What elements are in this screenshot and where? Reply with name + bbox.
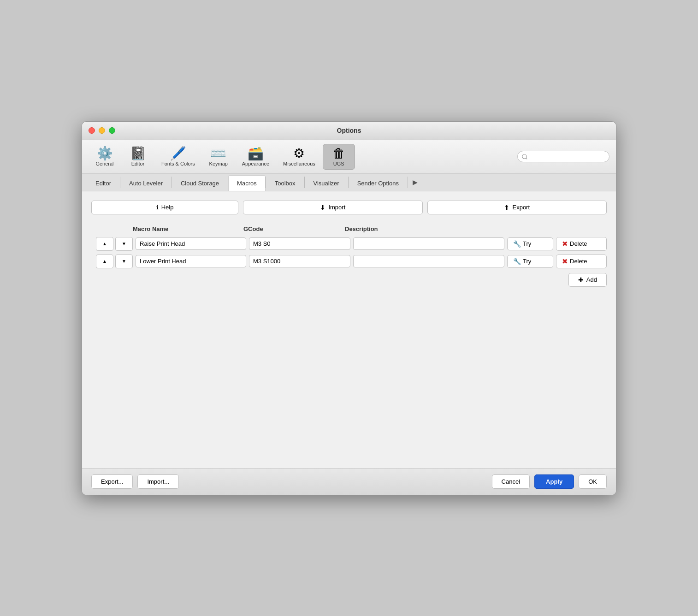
miscellaneous-icon: ⚙	[293, 147, 305, 160]
tab-more-button[interactable]: ▶	[408, 174, 422, 191]
table-header: Macro Name GCode Description	[91, 224, 607, 234]
editor-label: Editor	[131, 161, 145, 166]
options-window: Options ⚙️ General 📓 Editor 🖊️ Fonts & C…	[82, 121, 616, 495]
keymap-label: Keymap	[209, 161, 228, 166]
toolbar-item-ugs[interactable]: 🗑 UGS	[323, 144, 355, 170]
tab-auto-leveler[interactable]: Auto Leveler	[120, 176, 172, 191]
title-bar: Options	[82, 122, 616, 140]
apply-button[interactable]: Apply	[534, 474, 574, 489]
ok-button[interactable]: OK	[579, 474, 607, 489]
appearance-icon: 🗃️	[248, 147, 264, 160]
ugs-icon: 🗑	[332, 147, 345, 160]
import-bottom-button[interactable]: Import...	[137, 474, 179, 489]
content-area: ℹ Help ⬇ Import ⬆ Export Macro Name GCod…	[82, 191, 616, 468]
tabs-bar: Editor Auto Leveler Cloud Storage Macros…	[82, 174, 616, 191]
toolbar-item-editor[interactable]: 📓 Editor	[122, 144, 154, 169]
keymap-icon: ⌨️	[210, 147, 226, 160]
toolbar-items: ⚙️ General 📓 Editor 🖊️ Fonts & Colors ⌨️…	[89, 144, 516, 170]
col-header-order	[96, 225, 133, 232]
table-row: ▲ ▼ 🔧 Try ✖ Delete	[91, 237, 607, 251]
macro-name-input-2[interactable]	[136, 255, 246, 267]
toolbar-item-miscellaneous[interactable]: ⚙ Miscellaneous	[277, 144, 322, 169]
order-buttons-2: ▲ ▼	[96, 255, 133, 268]
col-header-actions2	[556, 225, 607, 232]
tab-visualizer[interactable]: Visualizer	[305, 176, 348, 191]
appearance-label: Appearance	[242, 161, 269, 166]
window-controls	[89, 127, 115, 134]
fonts-colors-icon: 🖊️	[170, 147, 186, 160]
col-header-actions	[510, 225, 556, 232]
move-up-button-1[interactable]: ▲	[96, 237, 113, 251]
bottom-bar: Export... Import... Cancel Apply OK	[82, 468, 616, 495]
export-icon: ⬆	[504, 204, 509, 211]
fonts-colors-label: Fonts & Colors	[161, 161, 195, 166]
toolbar-item-fonts-colors[interactable]: 🖊️ Fonts & Colors	[155, 144, 201, 169]
macro-gcode-input-1[interactable]	[249, 237, 350, 250]
try-button-2[interactable]: 🔧 Try	[507, 255, 553, 268]
delete-button-2[interactable]: ✖ Delete	[556, 255, 607, 268]
help-button[interactable]: ℹ Help	[91, 201, 238, 214]
bottom-right-buttons: Cancel Apply OK	[492, 474, 607, 489]
col-header-gcode: GCode	[243, 225, 345, 232]
delete-button-1[interactable]: ✖ Delete	[556, 237, 607, 251]
general-icon: ⚙️	[97, 147, 113, 160]
close-button[interactable]	[89, 127, 95, 134]
move-down-button-1[interactable]: ▼	[115, 237, 133, 251]
toolbar-item-appearance[interactable]: 🗃️ Appearance	[236, 144, 276, 169]
add-section: ✚ Add	[91, 273, 607, 287]
try-button-1[interactable]: 🔧 Try	[507, 237, 553, 250]
add-button[interactable]: ✚ Add	[568, 273, 607, 287]
try-icon-1: 🔧	[513, 240, 521, 248]
try-icon-2: 🔧	[513, 258, 521, 265]
col-header-name: Macro Name	[133, 225, 243, 232]
add-icon: ✚	[578, 276, 584, 284]
tab-macros[interactable]: Macros	[228, 175, 266, 191]
search-input[interactable]	[517, 151, 609, 162]
toolbar: ⚙️ General 📓 Editor 🖊️ Fonts & Colors ⌨️…	[82, 140, 616, 174]
move-down-button-2[interactable]: ▼	[115, 255, 133, 268]
tab-toolbox[interactable]: Toolbox	[266, 176, 304, 191]
macro-name-input-1[interactable]	[136, 237, 246, 250]
export-bottom-button[interactable]: Export...	[91, 474, 133, 489]
table-row: ▲ ▼ 🔧 Try ✖ Delete	[91, 255, 607, 268]
tab-cloud-storage[interactable]: Cloud Storage	[172, 176, 228, 191]
tab-editor[interactable]: Editor	[87, 176, 120, 191]
cancel-button[interactable]: Cancel	[492, 474, 530, 489]
move-up-button-2[interactable]: ▲	[96, 255, 113, 268]
editor-icon: 📓	[130, 147, 146, 160]
toolbar-item-keymap[interactable]: ⌨️ Keymap	[202, 144, 235, 169]
action-row: ℹ Help ⬇ Import ⬆ Export	[91, 201, 607, 214]
import-button[interactable]: ⬇ Import	[243, 201, 422, 214]
ugs-label: UGS	[333, 161, 344, 166]
window-title: Options	[337, 127, 361, 134]
miscellaneous-label: Miscellaneous	[283, 161, 315, 166]
tab-sender-options[interactable]: Sender Options	[349, 176, 408, 191]
order-buttons-1: ▲ ▼	[96, 237, 133, 251]
macro-desc-input-2[interactable]	[353, 255, 504, 267]
general-label: General	[95, 161, 113, 166]
bottom-left-buttons: Export... Import...	[91, 474, 179, 489]
col-header-description: Description	[345, 225, 510, 232]
maximize-button[interactable]	[109, 127, 115, 134]
help-icon: ℹ	[156, 204, 159, 211]
delete-x-icon-1: ✖	[562, 240, 568, 248]
minimize-button[interactable]	[99, 127, 105, 134]
macro-gcode-input-2[interactable]	[249, 255, 350, 267]
toolbar-item-general[interactable]: ⚙️ General	[89, 144, 121, 169]
macro-desc-input-1[interactable]	[353, 237, 504, 250]
import-icon: ⬇	[320, 204, 325, 211]
export-button[interactable]: ⬆ Export	[427, 201, 607, 214]
delete-x-icon-2: ✖	[562, 257, 568, 266]
